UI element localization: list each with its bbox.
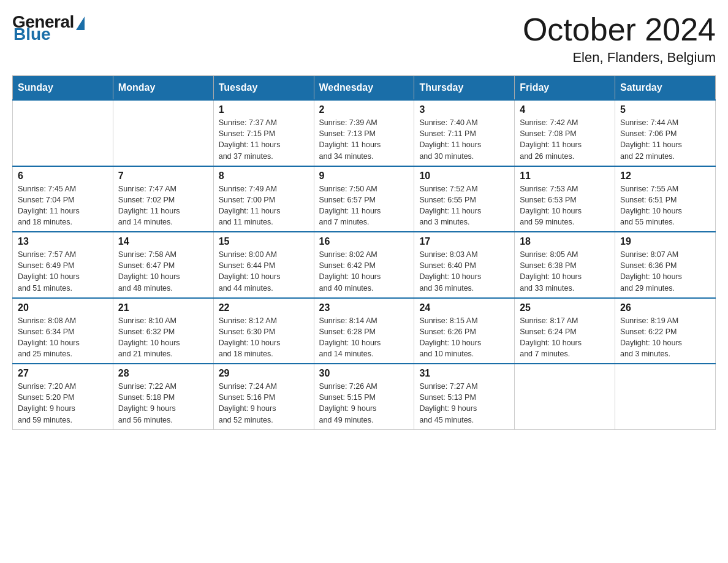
- day-info: Sunrise: 8:10 AM Sunset: 6:32 PM Dayligh…: [118, 315, 208, 360]
- calendar-cell: 6Sunrise: 7:45 AM Sunset: 7:04 PM Daylig…: [13, 166, 113, 232]
- day-info: Sunrise: 7:24 AM Sunset: 5:16 PM Dayligh…: [219, 381, 309, 426]
- calendar-cell: 30Sunrise: 7:26 AM Sunset: 5:15 PM Dayli…: [314, 364, 414, 429]
- day-number: 31: [419, 368, 509, 379]
- calendar-cell: 23Sunrise: 8:14 AM Sunset: 6:28 PM Dayli…: [314, 298, 414, 364]
- day-number: 16: [319, 236, 409, 247]
- day-number: 12: [620, 170, 710, 182]
- calendar-cell: 15Sunrise: 8:00 AM Sunset: 6:44 PM Dayli…: [213, 232, 314, 298]
- day-info: Sunrise: 8:08 AM Sunset: 6:34 PM Dayligh…: [18, 315, 108, 360]
- calendar-cell: 7Sunrise: 7:47 AM Sunset: 7:02 PM Daylig…: [113, 166, 213, 232]
- calendar-cell: 11Sunrise: 7:53 AM Sunset: 6:53 PM Dayli…: [515, 166, 615, 232]
- day-number: 7: [118, 170, 208, 182]
- day-number: 14: [118, 236, 208, 247]
- calendar-cell: 2Sunrise: 7:39 AM Sunset: 7:13 PM Daylig…: [314, 100, 414, 166]
- calendar-cell: [615, 364, 716, 429]
- day-number: 13: [18, 236, 108, 247]
- day-info: Sunrise: 7:53 AM Sunset: 6:53 PM Dayligh…: [520, 183, 610, 228]
- day-number: 8: [219, 170, 309, 182]
- calendar-header-wednesday: Wednesday: [314, 76, 414, 101]
- day-info: Sunrise: 7:40 AM Sunset: 7:11 PM Dayligh…: [419, 117, 509, 162]
- day-info: Sunrise: 8:00 AM Sunset: 6:44 PM Dayligh…: [219, 249, 309, 294]
- calendar-cell: 9Sunrise: 7:50 AM Sunset: 6:57 PM Daylig…: [314, 166, 414, 232]
- logo-blue-text: Blue: [13, 25, 51, 44]
- day-number: 9: [319, 170, 409, 182]
- day-number: 2: [319, 104, 409, 115]
- day-info: Sunrise: 7:22 AM Sunset: 5:18 PM Dayligh…: [118, 381, 208, 426]
- calendar-cell: [13, 100, 113, 166]
- day-info: Sunrise: 8:19 AM Sunset: 6:22 PM Dayligh…: [620, 315, 710, 360]
- calendar-week-row: 1Sunrise: 7:37 AM Sunset: 7:15 PM Daylig…: [13, 100, 716, 166]
- day-number: 10: [419, 170, 509, 182]
- day-number: 21: [118, 302, 208, 313]
- day-info: Sunrise: 7:55 AM Sunset: 6:51 PM Dayligh…: [620, 183, 710, 228]
- day-info: Sunrise: 8:02 AM Sunset: 6:42 PM Dayligh…: [319, 249, 409, 294]
- day-number: 5: [620, 104, 710, 115]
- calendar-cell: 1Sunrise: 7:37 AM Sunset: 7:15 PM Daylig…: [213, 100, 314, 166]
- day-number: 3: [419, 104, 509, 115]
- day-number: 19: [620, 236, 710, 247]
- calendar-cell: 20Sunrise: 8:08 AM Sunset: 6:34 PM Dayli…: [13, 298, 113, 364]
- calendar-cell: 5Sunrise: 7:44 AM Sunset: 7:06 PM Daylig…: [615, 100, 716, 166]
- calendar-cell: 19Sunrise: 8:07 AM Sunset: 6:36 PM Dayli…: [615, 232, 716, 298]
- calendar-cell: 3Sunrise: 7:40 AM Sunset: 7:11 PM Daylig…: [414, 100, 515, 166]
- calendar-table: SundayMondayTuesdayWednesdayThursdayFrid…: [12, 75, 716, 430]
- calendar-cell: 24Sunrise: 8:15 AM Sunset: 6:26 PM Dayli…: [414, 298, 515, 364]
- day-number: 18: [520, 236, 610, 247]
- month-title: October 2024: [523, 12, 716, 47]
- day-number: 30: [319, 368, 409, 379]
- calendar-cell: 12Sunrise: 7:55 AM Sunset: 6:51 PM Dayli…: [615, 166, 716, 232]
- calendar-header-sunday: Sunday: [13, 76, 113, 101]
- logo: General Blue: [12, 12, 85, 44]
- day-info: Sunrise: 8:14 AM Sunset: 6:28 PM Dayligh…: [319, 315, 409, 360]
- day-info: Sunrise: 7:27 AM Sunset: 5:13 PM Dayligh…: [419, 381, 509, 426]
- day-number: 25: [520, 302, 610, 313]
- day-info: Sunrise: 7:47 AM Sunset: 7:02 PM Dayligh…: [118, 183, 208, 228]
- day-info: Sunrise: 7:37 AM Sunset: 7:15 PM Dayligh…: [219, 117, 309, 162]
- day-number: 27: [18, 368, 108, 379]
- calendar-header-row: SundayMondayTuesdayWednesdayThursdayFrid…: [13, 76, 716, 101]
- day-info: Sunrise: 8:03 AM Sunset: 6:40 PM Dayligh…: [419, 249, 509, 294]
- day-info: Sunrise: 7:45 AM Sunset: 7:04 PM Dayligh…: [18, 183, 108, 228]
- day-info: Sunrise: 7:52 AM Sunset: 6:55 PM Dayligh…: [419, 183, 509, 228]
- day-info: Sunrise: 7:49 AM Sunset: 7:00 PM Dayligh…: [219, 183, 309, 228]
- calendar-cell: 16Sunrise: 8:02 AM Sunset: 6:42 PM Dayli…: [314, 232, 414, 298]
- day-info: Sunrise: 7:44 AM Sunset: 7:06 PM Dayligh…: [620, 117, 710, 162]
- calendar-header-monday: Monday: [113, 76, 213, 101]
- calendar-cell: [113, 100, 213, 166]
- calendar-cell: 18Sunrise: 8:05 AM Sunset: 6:38 PM Dayli…: [515, 232, 615, 298]
- day-info: Sunrise: 7:26 AM Sunset: 5:15 PM Dayligh…: [319, 381, 409, 426]
- day-info: Sunrise: 7:50 AM Sunset: 6:57 PM Dayligh…: [319, 183, 409, 228]
- calendar-week-row: 6Sunrise: 7:45 AM Sunset: 7:04 PM Daylig…: [13, 166, 716, 232]
- calendar-cell: 4Sunrise: 7:42 AM Sunset: 7:08 PM Daylig…: [515, 100, 615, 166]
- calendar-cell: [515, 364, 615, 429]
- logo-triangle-icon: [76, 17, 85, 30]
- page-header: General Blue October 2024 Elen, Flanders…: [12, 12, 716, 66]
- calendar-cell: 27Sunrise: 7:20 AM Sunset: 5:20 PM Dayli…: [13, 364, 113, 429]
- day-info: Sunrise: 8:12 AM Sunset: 6:30 PM Dayligh…: [219, 315, 309, 360]
- calendar-cell: 8Sunrise: 7:49 AM Sunset: 7:00 PM Daylig…: [213, 166, 314, 232]
- day-info: Sunrise: 7:58 AM Sunset: 6:47 PM Dayligh…: [118, 249, 208, 294]
- calendar-cell: 31Sunrise: 7:27 AM Sunset: 5:13 PM Dayli…: [414, 364, 515, 429]
- calendar-cell: 25Sunrise: 8:17 AM Sunset: 6:24 PM Dayli…: [515, 298, 615, 364]
- day-number: 22: [219, 302, 309, 313]
- day-number: 26: [620, 302, 710, 313]
- calendar-header-friday: Friday: [515, 76, 615, 101]
- day-number: 1: [219, 104, 309, 115]
- calendar-cell: 22Sunrise: 8:12 AM Sunset: 6:30 PM Dayli…: [213, 298, 314, 364]
- day-number: 4: [520, 104, 610, 115]
- day-info: Sunrise: 7:20 AM Sunset: 5:20 PM Dayligh…: [18, 381, 108, 426]
- title-block: October 2024 Elen, Flanders, Belgium: [523, 12, 716, 66]
- day-number: 15: [219, 236, 309, 247]
- day-number: 11: [520, 170, 610, 182]
- calendar-week-row: 13Sunrise: 7:57 AM Sunset: 6:49 PM Dayli…: [13, 232, 716, 298]
- day-number: 20: [18, 302, 108, 313]
- calendar-cell: 10Sunrise: 7:52 AM Sunset: 6:55 PM Dayli…: [414, 166, 515, 232]
- day-info: Sunrise: 7:39 AM Sunset: 7:13 PM Dayligh…: [319, 117, 409, 162]
- day-info: Sunrise: 8:15 AM Sunset: 6:26 PM Dayligh…: [419, 315, 509, 360]
- day-info: Sunrise: 8:05 AM Sunset: 6:38 PM Dayligh…: [520, 249, 610, 294]
- day-number: 6: [18, 170, 108, 182]
- calendar-cell: 29Sunrise: 7:24 AM Sunset: 5:16 PM Dayli…: [213, 364, 314, 429]
- calendar-cell: 17Sunrise: 8:03 AM Sunset: 6:40 PM Dayli…: [414, 232, 515, 298]
- day-number: 29: [219, 368, 309, 379]
- day-number: 17: [419, 236, 509, 247]
